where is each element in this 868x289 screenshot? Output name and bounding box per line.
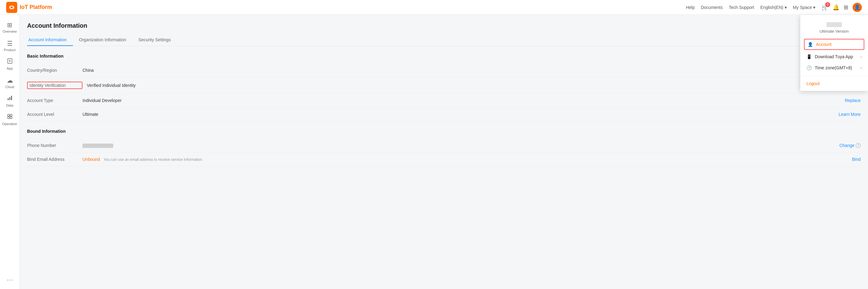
- my-space-link[interactable]: My Space ▾: [793, 5, 815, 10]
- tab-security-settings[interactable]: Security Settings: [137, 34, 177, 46]
- nav-links: Help Documents Tech Support English(EN) …: [686, 3, 862, 12]
- sidebar-item-cloud[interactable]: ☁ Cloud: [0, 73, 20, 92]
- dropdown-avatar-image: [827, 22, 842, 27]
- bind-email-button[interactable]: Bind: [852, 157, 861, 162]
- sidebar-item-data[interactable]: Data: [0, 92, 20, 110]
- svg-rect-9: [8, 117, 9, 119]
- dropdown-account-item[interactable]: 👤 Account: [804, 39, 864, 50]
- documents-link[interactable]: Documents: [701, 5, 723, 10]
- identity-verification-row: Identity Verification Verified Individua…: [27, 77, 861, 94]
- dropdown-avatar-section: Ultimate Version: [800, 20, 868, 37]
- bind-email-value: Unbound You can use an email address to …: [83, 157, 852, 162]
- sidebar-item-app[interactable]: App: [0, 55, 20, 73]
- main-layout: ⊞ Overview ☰ Product App ☁ Cloud: [0, 15, 868, 289]
- product-icon: ☰: [7, 40, 12, 47]
- country-region-label: Country/Region: [27, 68, 83, 73]
- svg-rect-7: [8, 114, 9, 116]
- phone-number-value: [83, 143, 839, 148]
- data-icon: [7, 95, 13, 103]
- learn-more-button[interactable]: Learn More: [838, 112, 861, 117]
- account-type-label: Account Type: [27, 98, 83, 103]
- bound-info-title: Bound Information: [27, 129, 861, 134]
- dropdown-timezone-item[interactable]: 🕐 Time zone(GMT+8) ›: [800, 62, 868, 73]
- help-link[interactable]: Help: [686, 5, 695, 10]
- dropdown-timezone-label: Time zone(GMT+8): [815, 65, 852, 70]
- sidebar-item-overview[interactable]: ⊞ Overview: [0, 18, 20, 36]
- replace-account-type-button[interactable]: Replace: [845, 98, 861, 103]
- tech-support-link[interactable]: Tech Support: [729, 5, 754, 10]
- account-type-value: Individual Developer: [83, 98, 845, 103]
- language-selector[interactable]: English(EN) ▾: [760, 5, 787, 10]
- tuya-logo: [6, 2, 17, 13]
- svg-rect-8: [10, 114, 12, 116]
- dropdown-download-label: Download Tuya App: [815, 54, 853, 59]
- svg-rect-10: [10, 117, 12, 119]
- notification-icon[interactable]: 🔔: [833, 4, 839, 11]
- identity-verification-label: Identity Verification: [27, 82, 83, 89]
- country-region-value: China: [83, 68, 848, 73]
- top-navigation: IoT Platform Help Documents Tech Support…: [0, 0, 868, 15]
- chevron-right-timezone-icon: ›: [860, 65, 862, 70]
- identity-verification-value: Verified Individual Identity: [87, 83, 861, 88]
- sidebar-item-operation[interactable]: Operation: [0, 110, 20, 129]
- sidebar: ⊞ Overview ☰ Product App ☁ Cloud: [0, 15, 20, 289]
- app-title: IoT Platform: [20, 4, 52, 10]
- operation-icon: [7, 113, 13, 121]
- account-level-label: Account Level: [27, 112, 83, 117]
- account-person-icon: 👤: [808, 42, 813, 47]
- cart-icon[interactable]: 🛒 0: [822, 4, 828, 11]
- svg-rect-5: [9, 97, 10, 100]
- basic-info-title: Basic Information: [27, 54, 861, 59]
- cart-badge: 0: [825, 2, 830, 7]
- dropdown-divider: [800, 76, 868, 76]
- nav-icons: 🛒 0 🔔 ⊞ 👤: [822, 3, 862, 12]
- email-hint: You can use an email address to receive …: [104, 157, 203, 162]
- tab-organization-information[interactable]: Organization Information: [78, 34, 132, 46]
- unbound-status: Unbound: [83, 157, 100, 162]
- cloud-icon: ☁: [7, 77, 13, 84]
- account-type-row: Account Type Individual Developer Replac…: [27, 94, 861, 108]
- bound-information-section: Bound Information Phone Number Change ? …: [27, 129, 861, 166]
- dropdown-download-app-item[interactable]: 📱 Download Tuya App ›: [800, 51, 868, 62]
- account-dropdown: Ultimate Version 👤 Account 📱 Download Tu…: [800, 15, 868, 91]
- change-phone-button[interactable]: Change: [839, 143, 855, 148]
- more-icon: ⋯: [7, 276, 13, 284]
- dropdown-version: Ultimate Version: [820, 29, 849, 34]
- account-level-value: Ultimate: [83, 112, 838, 117]
- account-level-row: Account Level Ultimate Learn More: [27, 108, 861, 121]
- bind-email-label: Bind Email Address: [27, 157, 83, 162]
- sidebar-item-product[interactable]: ☰ Product: [0, 36, 20, 55]
- country-region-row: Country/Region China Modify: [27, 63, 861, 77]
- user-avatar[interactable]: 👤: [852, 3, 862, 12]
- page-title: Account Information: [27, 22, 861, 29]
- account-tabs: Account Information Organization Informa…: [27, 34, 861, 46]
- apps-grid-icon[interactable]: ⊞: [844, 4, 848, 11]
- mobile-icon: 📱: [806, 54, 812, 59]
- tab-account-information[interactable]: Account Information: [27, 34, 73, 46]
- svg-rect-4: [8, 98, 9, 100]
- logo-area: IoT Platform: [6, 2, 52, 13]
- basic-information-section: Basic Information Country/Region China M…: [27, 54, 861, 121]
- phone-help-icon[interactable]: ?: [856, 143, 861, 148]
- app-icon: [7, 58, 13, 66]
- sidebar-item-bottom[interactable]: ⋯: [0, 270, 20, 289]
- phone-number-row: Phone Number Change ?: [27, 139, 861, 152]
- svg-rect-6: [11, 96, 12, 100]
- overview-icon: ⊞: [7, 21, 12, 29]
- dropdown-account-label: Account: [816, 42, 832, 47]
- bind-email-row: Bind Email Address Unbound You can use a…: [27, 152, 861, 166]
- phone-number-label: Phone Number: [27, 143, 83, 148]
- chevron-right-icon: ›: [860, 54, 862, 59]
- logout-button[interactable]: Logout: [800, 79, 868, 88]
- clock-icon: 🕐: [806, 65, 812, 70]
- phone-blur-mask: [83, 144, 113, 148]
- main-content: Account Information Account Information …: [20, 15, 868, 289]
